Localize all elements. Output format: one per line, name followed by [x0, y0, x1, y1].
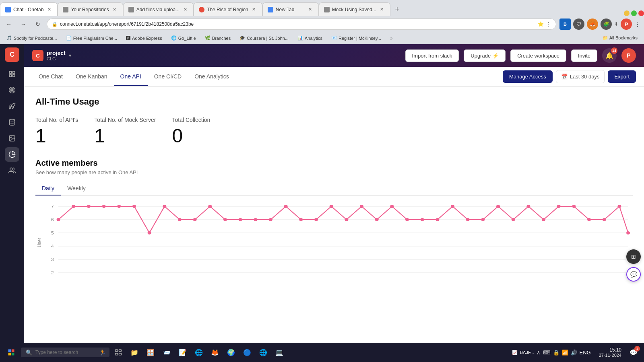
taskbar-firefox-dark[interactable]: 🦊 [208, 345, 222, 360]
browser-tab-bar: Chat - Onetab ✕ Your Repositories ✕ Add … [0, 0, 644, 16]
tab-close-icon[interactable]: ✕ [111, 6, 118, 13]
user-avatar[interactable]: P [621, 48, 636, 63]
tab-chat-onetab[interactable]: Chat - Onetab ✕ [0, 2, 58, 16]
svg-rect-0 [9, 71, 11, 73]
chart-tab-weekly[interactable]: Weekly [61, 182, 92, 195]
tab-your-repositories[interactable]: Your Repositories ✕ [58, 2, 123, 16]
svg-point-34 [193, 218, 197, 221]
sidebar-icon-chart[interactable] [5, 147, 19, 162]
tab-new-tab[interactable]: New Tab ✕ [262, 2, 319, 16]
bookmark-spotify[interactable]: 🎵 Spotify for Podcaste... [3, 35, 60, 41]
taskbar-security-icon[interactable]: 🔒 [553, 350, 559, 356]
bookmarks-more[interactable]: » [387, 35, 396, 41]
sidebar-icon-grid[interactable] [5, 67, 19, 81]
tab-close-icon[interactable]: ✕ [46, 6, 52, 13]
browser-ext-fox[interactable]: 🦊 [587, 19, 598, 30]
sidebar-icon-rocket[interactable] [5, 99, 19, 113]
sidebar-icon-database[interactable] [5, 115, 19, 130]
tab-one-cicd[interactable]: One CI/CD [148, 68, 188, 86]
bookmark-favicon: 📄 [66, 35, 72, 41]
start-button[interactable] [3, 344, 19, 360]
tab-close-icon[interactable]: ✕ [182, 6, 188, 13]
taskbar-chrome[interactable]: 🌐 [192, 345, 206, 360]
manage-access-button[interactable]: Manage Access [503, 70, 553, 83]
sidebar-icon-image[interactable] [5, 131, 19, 146]
bookmark-adobe[interactable]: 🅰 Adobe Express [123, 35, 165, 41]
browser-menu-icon[interactable]: ⋮ [634, 21, 641, 28]
tab-mock-using-saved[interactable]: Mock Using Saved... ✕ [319, 2, 390, 16]
taskbar-wps[interactable]: 📝 [175, 345, 190, 360]
import-from-slack-button[interactable]: Import from slack [405, 49, 459, 62]
taskbar-keyboard-icon[interactable]: ⌨ [543, 350, 551, 356]
window-close[interactable] [638, 10, 644, 16]
tab-one-kanban[interactable]: One Kanban [69, 68, 114, 86]
taskbar-search-input[interactable] [35, 350, 96, 355]
float-chat-icon[interactable]: 💬 [626, 267, 641, 282]
tab-one-chat[interactable]: One Chat [32, 68, 69, 86]
svg-point-41 [299, 218, 303, 221]
address-bar[interactable]: 🔒 connect.onetab.ai/app/onereport/67191f… [47, 19, 556, 30]
taskbar-chrome2[interactable]: 🔵 [240, 345, 254, 360]
tab-one-api[interactable]: One API [114, 68, 148, 86]
taskbar-task-view[interactable] [111, 345, 126, 360]
bookmark-coursera[interactable]: 🎓 Coursera | St. John... [236, 35, 292, 41]
bookmark-branches[interactable]: 🌿 Branches [202, 35, 234, 41]
tab-close-icon[interactable]: ✕ [307, 6, 314, 13]
taskbar-notification-center[interactable]: 💬 1 [626, 345, 641, 360]
bookmark-analytics[interactable]: 📊 Analytics [294, 35, 326, 41]
taskbar-outlook[interactable]: 📨 [159, 345, 174, 360]
tab-close-icon[interactable]: ✕ [379, 6, 385, 13]
bookmark-label: Coursera | St. John... [247, 36, 289, 41]
svg-point-31 [148, 231, 151, 234]
svg-point-51 [451, 205, 454, 208]
browser-ext-b[interactable]: B [559, 19, 571, 30]
float-grid-icon[interactable]: ⊞ [626, 249, 641, 264]
svg-rect-70 [116, 353, 118, 355]
svg-rect-66 [8, 353, 11, 356]
tab-close-icon[interactable]: ✕ [251, 6, 257, 13]
taskbar-file-explorer[interactable]: 📁 [127, 345, 142, 360]
bookmark-golitte[interactable]: 🌐 Go_Little [168, 35, 199, 41]
taskbar-edge[interactable]: 🌐 [256, 345, 270, 360]
create-workspace-button[interactable]: Create workspace [510, 49, 566, 62]
upgrade-button[interactable]: Upgrade ⚡ [464, 49, 506, 62]
project-selector[interactable]: C project CLG ▾ [32, 50, 71, 61]
bookmark-register[interactable]: 📧 Register | McKinsey... [328, 35, 384, 41]
tab-one-analytics[interactable]: One Analytics [188, 68, 235, 86]
invite-button[interactable]: Invite [571, 49, 597, 62]
forward-button[interactable]: → [18, 19, 29, 30]
taskbar-clock[interactable]: 15:10 27-11-2024 [596, 347, 625, 358]
taskbar-chevron-up[interactable]: ∧ [537, 350, 541, 356]
sidebar-icon-team[interactable] [5, 163, 19, 178]
stat-mock-server: Total No. of Mock Server 1 [94, 117, 156, 146]
taskbar-lang: ENG [580, 350, 591, 356]
tab-add-files[interactable]: Add files via uploa... ✕ [123, 2, 194, 16]
reload-button[interactable]: ↻ [32, 19, 43, 30]
all-bookmarks[interactable]: 📁 All Bookmarks [599, 35, 641, 41]
chart-tab-daily[interactable]: Daily [35, 182, 61, 195]
notification-button[interactable]: 🔔 14 [602, 48, 617, 63]
svg-point-26 [72, 205, 75, 208]
stat-mock-label: Total No. of Mock Server [94, 117, 156, 123]
tab-favicon [128, 7, 134, 12]
browser-ext-puzzle[interactable]: 🧩 [601, 19, 612, 30]
sidebar-icon-target[interactable] [5, 83, 19, 97]
window-maximize[interactable] [631, 10, 637, 16]
taskbar-search[interactable]: 🔍 🏃 [21, 348, 109, 357]
tab-rise-of-region[interactable]: The Rise of Region ✕ [194, 2, 262, 16]
back-button[interactable]: ← [3, 19, 14, 30]
user-avatar-small[interactable]: P [621, 19, 632, 30]
taskbar-app-store[interactable]: 🪟 [143, 345, 158, 360]
taskbar-volume-icon[interactable]: 🔊 [571, 350, 577, 356]
browser-ext-shield[interactable]: 🛡 [573, 19, 584, 30]
taskbar-firefox[interactable]: 🌍 [224, 345, 238, 360]
new-tab-button[interactable]: + [390, 2, 404, 16]
date-range-button[interactable]: 📅 Last 30 days [556, 70, 605, 83]
bajf-label: BAJF... [520, 350, 534, 355]
bookmark-plagiarism[interactable]: 📄 Free Plagiarism Che... [63, 35, 120, 41]
window-minimize[interactable] [624, 10, 630, 16]
export-button[interactable]: Export [608, 70, 636, 83]
browser-download-icon[interactable]: ⬇ [614, 21, 618, 27]
taskbar-network-icon[interactable]: 📶 [562, 350, 568, 356]
taskbar-dev[interactable]: 💻 [272, 345, 287, 360]
